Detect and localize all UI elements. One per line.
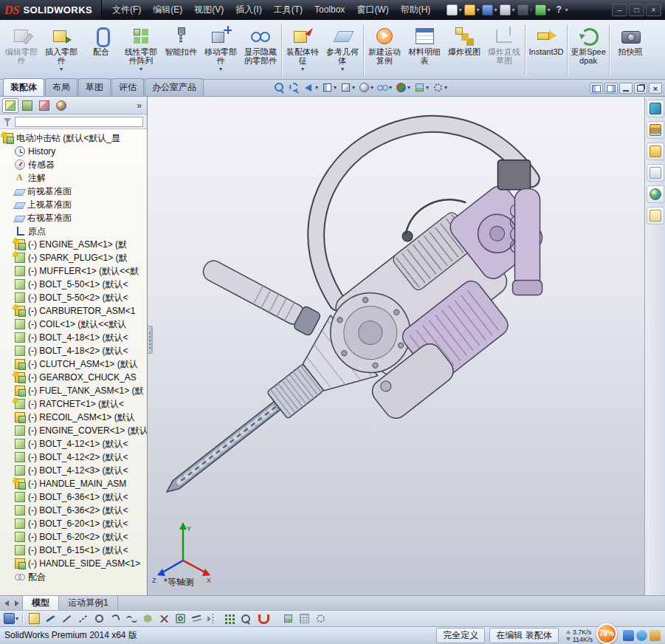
mirror-entities-button[interactable] (205, 612, 220, 626)
ribbon-bill-of-materials-button[interactable]: 材料明细表 (404, 21, 444, 79)
menu-file[interactable]: 文件(F) (106, 0, 147, 20)
ribbon-move-component-button[interactable]: 移动零部件▾ (201, 21, 241, 79)
tree-item-17[interactable]: (-) CLUTCH_ASM<1> (默认 (0, 357, 147, 371)
linear-sketch-pattern-button[interactable] (221, 612, 236, 626)
ribbon-reference-geometry-button[interactable]: 参考几何体▾ (323, 21, 362, 79)
tab-motion-study[interactable]: 运动算例1 (59, 596, 118, 610)
panel-splitter-handle[interactable] (148, 326, 153, 354)
trim-entities-button[interactable] (156, 612, 171, 626)
tree-item-21[interactable]: (-) RECOIL_ASM<1> (默认 (0, 411, 147, 424)
tree-item-14[interactable]: (-) COIL<1> (默认<<默认 (0, 318, 147, 331)
tree-item-32[interactable]: (-) HANDLE_SIDE_ASM<1> (0, 557, 147, 570)
toolbar-options-button[interactable] (313, 612, 328, 626)
ribbon-take-snapshot-button[interactable]: 拍快照 (610, 21, 650, 79)
tab-evaluate[interactable]: 评估 (111, 78, 144, 96)
print-button[interactable]: ▾ (498, 4, 516, 16)
section-view-button[interactable]: ▾ (320, 81, 338, 94)
tree-item-9[interactable]: (-) SPARK_PLUG<1> (默 (0, 251, 147, 264)
display-style-button[interactable]: ▾ (357, 81, 375, 94)
tree-item-31[interactable]: (-) BOLT_6-15<1> (默认< (0, 544, 147, 557)
tree-item-1[interactable]: History (0, 145, 147, 158)
apply-scene-button[interactable] (280, 612, 295, 626)
tree-item-10[interactable]: (-) MUFFLER<1> (默认<<默 (0, 264, 147, 278)
offset-entities-button[interactable] (189, 612, 204, 626)
ribbon-mate-button[interactable]: 配合 (81, 21, 121, 79)
new-document-button[interactable]: ▾ (445, 4, 463, 16)
ribbon-linear-pattern-button[interactable]: 线性零部件阵列▾ (121, 21, 161, 79)
hide-show-items-button[interactable]: ▾ (376, 81, 393, 94)
ribbon-show-hidden-button[interactable]: 显示隐藏的零部件 (241, 21, 280, 79)
view-grid-button[interactable] (297, 612, 311, 626)
view-palette-button[interactable] (647, 164, 664, 182)
solidworks-resources-button[interactable] (647, 100, 664, 117)
polygon-button[interactable] (140, 612, 155, 626)
tree-item-30[interactable]: (-) BOLT_6-20<2> (默认< (0, 530, 147, 544)
panel-chevron[interactable]: » (137, 100, 145, 111)
smart-dimension-button[interactable] (43, 612, 58, 626)
graphics-viewport[interactable]: Y X Z *等轴测 (148, 97, 644, 595)
tree-item-12[interactable]: (-) BOLT_5-50<2> (默认< (0, 291, 147, 304)
tree-item-13[interactable]: (-) CARBURETOR_ASM<1 (0, 304, 147, 318)
zoom-to-fit-button[interactable] (272, 81, 286, 94)
menu-window[interactable]: 窗口(W) (351, 0, 394, 20)
minimize-button[interactable] (612, 4, 627, 16)
arc-button[interactable] (108, 612, 123, 626)
maximize-button[interactable] (629, 4, 644, 16)
tree-item-27[interactable]: (-) BOLT_6-36<1> (默认< (0, 490, 147, 504)
line-button[interactable] (59, 612, 74, 626)
model-3d[interactable] (148, 97, 606, 559)
tab-model[interactable]: 模型 (22, 596, 59, 610)
ribbon-insert-component-button[interactable]: 插入零部件▾ (41, 21, 81, 79)
pane-left-button[interactable] (590, 83, 603, 94)
tab-scroll-left-button[interactable] (1, 596, 12, 610)
tree-item-3[interactable]: 注解 (0, 171, 147, 185)
tree-item-29[interactable]: (-) BOLT_6-20<1> (默认< (0, 517, 147, 530)
tree-item-6[interactable]: 右视基准面 (0, 211, 147, 225)
appearances-scenes-button[interactable] (647, 185, 664, 203)
orientation-triad[interactable]: Y X Z (152, 522, 211, 584)
tray-app-1-icon[interactable] (623, 630, 634, 641)
panel-tab-displaymanager[interactable] (53, 98, 69, 113)
tree-item-0[interactable]: 电动冲击钻 (默认<默认_显 (0, 131, 147, 145)
help-button[interactable]: ▾ (551, 4, 569, 16)
tree-item-16[interactable]: (-) BOLT_4-18<2> (默认< (0, 344, 147, 357)
tree-item-15[interactable]: (-) BOLT_4-18<1> (默认< (0, 331, 147, 344)
pane-right-button[interactable] (604, 83, 618, 94)
design-library-button[interactable] (647, 121, 664, 139)
menu-view[interactable]: 视图(V) (188, 0, 230, 20)
tab-office[interactable]: 办公室产品 (145, 78, 204, 96)
tree-filter-input[interactable] (15, 117, 143, 127)
close-button[interactable] (646, 4, 661, 16)
convert-entities-button[interactable] (173, 612, 187, 626)
centerline-button[interactable] (75, 612, 90, 626)
display-relations-button[interactable] (238, 612, 252, 626)
tree-item-5[interactable]: 上视基准面 (0, 198, 147, 211)
tree-item-2[interactable]: 传感器 (0, 158, 147, 171)
file-explorer-button[interactable] (647, 143, 664, 160)
optimizer-ball-icon[interactable]: 78% (596, 623, 617, 644)
tree-item-18[interactable]: (-) GEARBOX_CHUCK_AS (0, 371, 147, 384)
edit-appearance-button[interactable]: ▾ (394, 81, 412, 94)
doc-close-button[interactable] (649, 83, 662, 94)
sketch-button[interactable] (27, 612, 41, 626)
rebuild-button[interactable]: ▾ (534, 4, 551, 16)
tree-item-8[interactable]: (-) ENGINE_ASM<1> (默 (0, 238, 147, 251)
menu-insert[interactable]: 插入(I) (230, 0, 267, 20)
panel-tab-propertymanager[interactable] (19, 98, 35, 113)
tree-item-28[interactable]: (-) BOLT_6-36<2> (默认< (0, 504, 147, 517)
tree-item-26[interactable]: (-) HANDLE_MAIN_ASM (0, 477, 147, 490)
quick-snaps-button[interactable] (254, 612, 269, 626)
tree-item-33[interactable]: 配合 (0, 570, 147, 583)
doc-minimize-button[interactable] (619, 83, 633, 94)
tree-item-11[interactable]: (-) BOLT_5-50<1> (默认< (0, 278, 147, 291)
tray-app-2-icon[interactable] (636, 630, 647, 641)
tree-item-19[interactable]: (-) FUEL_TANK_ASM<1> (默 (0, 384, 147, 397)
tab-assembly[interactable]: 装配体 (3, 78, 44, 96)
view-orientation-button[interactable]: ▾ (339, 81, 356, 94)
tree-item-24[interactable]: (-) BOLT_4-12<2> (默认< (0, 451, 147, 464)
circle-button[interactable] (92, 612, 106, 626)
panel-tab-configurationmanager[interactable] (36, 98, 52, 113)
save-button[interactable]: ▾ (4, 612, 18, 626)
view-settings-button[interactable]: ▾ (431, 81, 449, 94)
custom-properties-button[interactable] (647, 207, 664, 225)
